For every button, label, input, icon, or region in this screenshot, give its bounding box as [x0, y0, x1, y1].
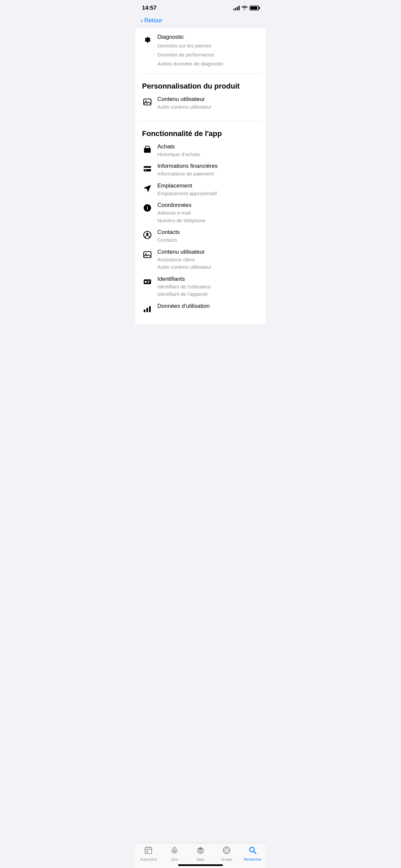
back-label: Retour: [144, 17, 162, 24]
contacts-row: Contacts Contacts: [142, 229, 259, 244]
coordonnees-row: i Coordonnées Adresse e-mailNuméro de té…: [142, 202, 259, 224]
battery-icon: [250, 6, 259, 10]
achats-subtitle: Historique d'achats: [157, 151, 259, 158]
wifi-icon: [242, 5, 248, 11]
diagnostic-row: Diagnostic Données sur les pannes Donnée…: [142, 34, 259, 68]
svg-rect-15: [147, 282, 149, 283]
identifiants-title: Identifiants: [157, 276, 259, 282]
svg-text:i: i: [147, 205, 148, 211]
fonctionnalite-section: Fonctionnalité de l'app Achats Historiqu…: [135, 121, 266, 324]
gear-icon: [142, 34, 153, 45]
svg-rect-18: [149, 306, 151, 312]
finances-text: Informations financières Informations de…: [157, 163, 259, 178]
emplacement-text: Emplacement Emplacement approximatif: [157, 183, 259, 197]
coordonnees-subtitle: Adresse e-mailNuméro de téléphone: [157, 209, 259, 224]
contenu-utilisateur-fonc-row: Contenu utilisateur Assistance clientAut…: [142, 249, 259, 271]
main-content: Diagnostic Données sur les pannes Donnée…: [135, 28, 266, 358]
donnees-utilisation-text: Données d'utilisation: [157, 303, 259, 310]
achats-title: Achats: [157, 144, 259, 150]
personnalisation-title: Personnalisation du produit: [142, 79, 259, 91]
personnalisation-item-subtitle: Autre contenu utilisateur: [157, 103, 259, 111]
finances-title: Informations financières: [157, 163, 259, 169]
svg-point-13: [145, 281, 147, 283]
back-chevron-icon: ‹: [141, 17, 143, 24]
diagnostic-sub-3: Autres données de diagnostic: [157, 59, 259, 68]
svg-rect-4: [144, 168, 151, 169]
status-time: 14:57: [142, 5, 156, 11]
donnees-utilisation-row: Données d'utilisation: [142, 303, 259, 314]
status-bar: 14:57: [135, 0, 266, 14]
achats-text: Achats Historique d'achats: [157, 144, 259, 158]
svg-rect-10: [144, 252, 151, 258]
coordonnees-title: Coordonnées: [157, 202, 259, 209]
contacts-subtitle: Contacts: [157, 236, 259, 244]
diagnostic-subtitles: Données sur les pannes Données de perfor…: [157, 41, 259, 68]
emplacement-row: Emplacement Emplacement approximatif: [142, 183, 259, 197]
emplacement-title: Emplacement: [157, 183, 259, 189]
credit-card-icon: [142, 163, 153, 174]
finances-row: Informations financières Informations de…: [142, 163, 259, 178]
diagnostic-title: Diagnostic: [157, 34, 259, 40]
svg-rect-0: [144, 99, 151, 105]
contacts-text: Contacts Contacts: [157, 229, 259, 244]
photo-frame-2-icon: [142, 249, 153, 260]
fonctionnalite-title: Fonctionnalité de l'app: [142, 127, 259, 138]
personnalisation-item-text: Contenu utilisateur Autre contenu utilis…: [157, 96, 259, 111]
personnalisation-section: Personnalisation du produit Contenu util…: [135, 74, 266, 121]
svg-rect-5: [145, 170, 146, 170]
info-circle-icon: i: [142, 203, 153, 213]
contenu-utilisateur-fonc-title: Contenu utilisateur: [157, 249, 259, 255]
contenu-utilisateur-row: Contenu utilisateur Autre contenu utilis…: [142, 96, 259, 111]
coordonnees-text: Coordonnées Adresse e-mailNuméro de télé…: [157, 202, 259, 224]
diagnostic-sub-2: Données de performance: [157, 50, 259, 59]
bag-icon: [142, 144, 153, 155]
emplacement-subtitle: Emplacement approximatif: [157, 190, 259, 197]
contenu-utilisateur-fonc-subtitle: Assistance clientAutre contenu utilisate…: [157, 256, 259, 271]
contacts-title: Contacts: [157, 229, 259, 236]
svg-rect-14: [147, 281, 150, 281]
diagnostic-text: Diagnostic Données sur les pannes Donnée…: [157, 34, 259, 68]
svg-rect-16: [144, 310, 145, 312]
identifiants-row: Identifiants Identifiant de l'utilisateu…: [142, 276, 259, 298]
svg-rect-17: [146, 308, 148, 312]
diagnostic-section: Diagnostic Données sur les pannes Donnée…: [135, 28, 266, 73]
donnees-utilisation-title: Données d'utilisation: [157, 303, 259, 310]
photo-frame-icon: [142, 97, 153, 107]
status-icons: [234, 5, 259, 11]
identifiants-text: Identifiants Identifiant de l'utilisateu…: [157, 276, 259, 298]
diagnostic-sub-1: Données sur les pannes: [157, 41, 259, 50]
svg-rect-2: [144, 148, 151, 153]
finances-subtitle: Informations de paiement: [157, 170, 259, 178]
signal-icon: [234, 6, 240, 10]
person-circle-icon: [142, 229, 153, 240]
back-button[interactable]: ‹ Retour: [141, 17, 260, 24]
achats-row: Achats Historique d'achats: [142, 144, 259, 158]
contenu-utilisateur-fonc-text: Contenu utilisateur Assistance clientAut…: [157, 249, 259, 271]
nav-bar: ‹ Retour: [135, 14, 266, 28]
identifiants-subtitle: Identifiant de l'utilisateurIdentifiant …: [157, 283, 259, 298]
bar-chart-icon: [142, 304, 153, 314]
location-arrow-icon: [142, 183, 153, 194]
id-card-icon: [142, 276, 153, 287]
personnalisation-item-title: Contenu utilisateur: [157, 96, 259, 103]
svg-point-9: [146, 233, 149, 235]
